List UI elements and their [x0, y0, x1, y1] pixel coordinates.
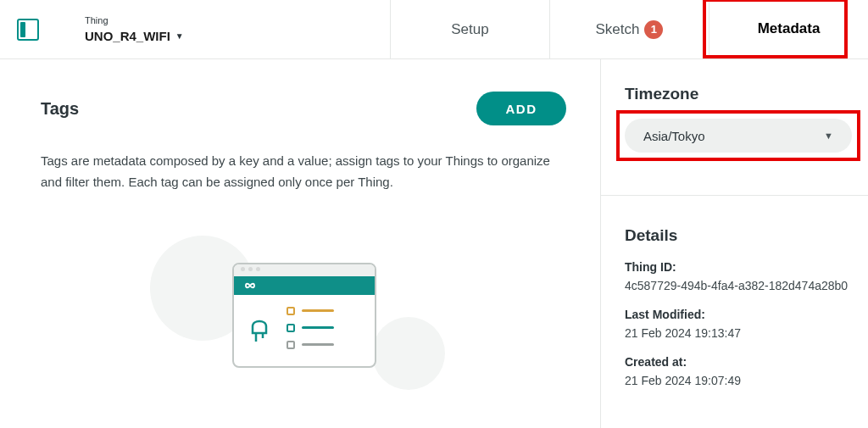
thing-id-label: Thing ID:	[625, 260, 851, 274]
timezone-value: Asia/Tokyo	[643, 129, 705, 143]
chevron-down-icon: ▼	[824, 131, 833, 141]
divider	[601, 195, 868, 196]
highlight-timezone: Asia/Tokyo ▼	[616, 110, 860, 161]
thing-selector[interactable]: Thing UNO_R4_WIFI ▼	[85, 15, 184, 43]
chevron-down-icon: ▼	[175, 31, 184, 41]
tabs: Setup Sketch 1 Metadata	[390, 0, 868, 58]
tags-heading: Tags	[41, 99, 79, 119]
timezone-select[interactable]: Asia/Tokyo ▼	[625, 119, 852, 153]
add-button[interactable]: ADD	[476, 92, 566, 125]
tags-description: Tags are metadata composed by a key and …	[41, 151, 566, 193]
last-modified-label: Last Modified:	[625, 308, 851, 321]
infinity-icon	[242, 281, 259, 291]
tags-illustration	[201, 263, 408, 368]
last-modified-value: 21 Feb 2024 19:13:47	[625, 326, 851, 340]
illustration-card	[232, 263, 376, 368]
content-body: Tags ADD Tags are metadata composed by a…	[0, 59, 868, 428]
created-at-label: Created at:	[625, 355, 851, 369]
timezone-heading: Timezone	[625, 85, 851, 103]
tab-setup[interactable]: Setup	[390, 0, 549, 58]
tags-header: Tags ADD	[41, 92, 566, 125]
topbar-left: Thing UNO_R4_WIFI ▼	[0, 0, 390, 58]
main-panel: Tags ADD Tags are metadata composed by a…	[0, 59, 600, 428]
led-icon	[248, 313, 271, 343]
details-heading: Details	[625, 226, 851, 245]
thing-name[interactable]: UNO_R4_WIFI ▼	[85, 29, 184, 43]
sidebar-toggle-icon[interactable]	[17, 19, 39, 41]
tab-sketch[interactable]: Sketch 1	[549, 0, 709, 58]
tab-metadata[interactable]: Metadata	[709, 0, 868, 58]
thing-label: Thing	[85, 15, 184, 25]
topbar: Thing UNO_R4_WIFI ▼ Setup Sketch 1 Metad…	[0, 0, 868, 59]
thing-id-value: 4c587729-494b-4fa4-a382-182d474a28b0	[625, 279, 851, 292]
created-at-value: 21 Feb 2024 19:07:49	[625, 374, 851, 387]
side-panel: Timezone Asia/Tokyo ▼ Details Thing ID: …	[600, 59, 868, 428]
sketch-badge: 1	[644, 20, 663, 39]
